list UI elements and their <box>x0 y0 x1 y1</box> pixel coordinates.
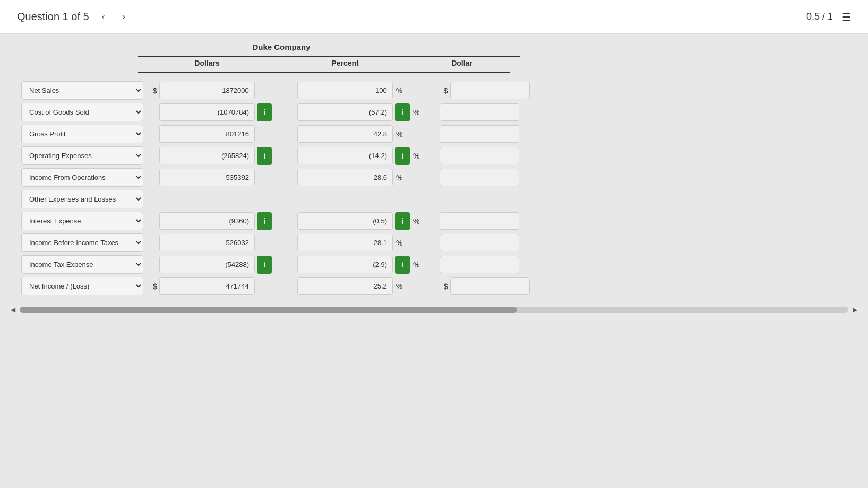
fields-net-sales: $%$ <box>149 82 535 99</box>
select-other-expenses-losses[interactable]: Net SalesCost of Goods SoldGross ProfitO… <box>21 190 143 208</box>
percent-input-income-before-taxes[interactable] <box>297 234 393 251</box>
fields-income-before-taxes: % <box>149 234 535 251</box>
info-btn-dollars-income-tax-expense[interactable]: i <box>257 256 272 274</box>
dollars2-input-net-sales[interactable] <box>450 82 530 99</box>
dollars-input-gross-profit[interactable] <box>159 125 255 143</box>
dollars2-group-net-sales: $ <box>440 82 535 99</box>
dollars-input-income-from-operations[interactable] <box>159 169 255 186</box>
info-btn-dollars-cost-of-goods-sold[interactable]: i <box>257 103 272 121</box>
fields-income-from-operations: % <box>149 169 535 186</box>
row-income-tax-expense: Net SalesCost of Goods SoldGross ProfitO… <box>11 255 868 274</box>
row-net-income: Net SalesCost of Goods SoldGross ProfitO… <box>11 277 868 295</box>
dollars-group-income-tax-expense: i <box>159 256 297 274</box>
dollars2-input-income-from-operations[interactable] <box>440 169 519 186</box>
right-partial-header <box>425 34 520 57</box>
select-net-income[interactable]: Net SalesCost of Goods SoldGross ProfitO… <box>21 277 143 295</box>
dollars2-group-income-tax-expense <box>440 256 535 273</box>
percent-input-gross-profit[interactable] <box>297 125 393 143</box>
dollars-group-interest-expense: i <box>159 212 297 230</box>
dollar-sign-net-sales: $ <box>153 86 157 95</box>
dollars-group-net-sales <box>159 82 297 99</box>
percent-input-net-sales[interactable] <box>297 82 393 99</box>
nav-next-button[interactable]: › <box>118 9 130 24</box>
dollars-input-income-before-taxes[interactable] <box>159 234 255 251</box>
dollars-input-operating-expenses[interactable] <box>159 147 255 164</box>
sub-headers-row: Dollars Percent Dollar <box>11 57 868 73</box>
dollars-input-net-income[interactable] <box>159 277 255 295</box>
select-operating-expenses[interactable]: Net SalesCost of Goods SoldGross ProfitO… <box>21 146 143 165</box>
percent-group-gross-profit: % <box>297 125 435 143</box>
table-container: Duke Company Dollars Percent Dollar Net … <box>0 34 868 302</box>
dollars2-group-operating-expenses <box>440 147 535 164</box>
question-title: Question 1 of 5 <box>17 11 89 23</box>
select-income-tax-expense[interactable]: Net SalesCost of Goods SoldGross ProfitO… <box>21 255 143 274</box>
dollars2-group-gross-profit <box>440 125 535 143</box>
info-btn-dollars-operating-expenses[interactable]: i <box>257 147 272 165</box>
dollars2-input-income-before-taxes[interactable] <box>440 234 519 251</box>
percent-group-income-tax-expense: i% <box>297 256 435 274</box>
select-income-before-taxes[interactable]: Net SalesCost of Goods SoldGross ProfitO… <box>21 233 143 252</box>
row-cost-of-goods-sold: Net SalesCost of Goods SoldGross ProfitO… <box>11 103 868 121</box>
percent-sign-cost-of-goods-sold: % <box>413 108 419 117</box>
info-btn-percent-income-tax-expense[interactable]: i <box>395 256 410 274</box>
dollars2-input-interest-expense[interactable] <box>440 212 519 230</box>
label-income-before-taxes: Net SalesCost of Goods SoldGross ProfitO… <box>21 233 149 252</box>
info-btn-percent-interest-expense[interactable]: i <box>395 212 410 230</box>
percent-group-net-sales: % <box>297 82 435 99</box>
dollars2-group-cost-of-goods-sold <box>440 103 535 121</box>
dollars2-group-income-from-operations <box>440 169 535 186</box>
dollars2-input-income-tax-expense[interactable] <box>440 256 519 273</box>
percent-input-income-tax-expense[interactable] <box>297 256 393 273</box>
dollars-input-net-sales[interactable] <box>159 82 255 99</box>
dollars2-input-gross-profit[interactable] <box>440 125 519 143</box>
dollars-group-net-income <box>159 277 297 295</box>
label-operating-expenses: Net SalesCost of Goods SoldGross ProfitO… <box>21 146 149 165</box>
info-btn-dollars-interest-expense[interactable]: i <box>257 212 272 230</box>
percent-group-income-before-taxes: % <box>297 234 435 251</box>
dollars-group-income-before-taxes <box>159 234 297 251</box>
percent-sign-operating-expenses: % <box>413 152 419 160</box>
select-gross-profit[interactable]: Net SalesCost of Goods SoldGross ProfitO… <box>21 125 143 143</box>
percent-input-operating-expenses[interactable] <box>297 147 393 164</box>
dollars-input-income-tax-expense[interactable] <box>159 256 255 273</box>
percent-sign-income-tax-expense: % <box>413 260 419 269</box>
select-income-from-operations[interactable]: Net SalesCost of Goods SoldGross ProfitO… <box>21 168 143 187</box>
percent-group-cost-of-goods-sold: i% <box>297 103 435 121</box>
select-cost-of-goods-sold[interactable]: Net SalesCost of Goods SoldGross ProfitO… <box>21 103 143 121</box>
label-interest-expense: Net SalesCost of Goods SoldGross ProfitO… <box>21 212 149 230</box>
percent-input-cost-of-goods-sold[interactable] <box>297 103 393 121</box>
scroll-thumb <box>20 307 517 313</box>
dollars-input-cost-of-goods-sold[interactable] <box>159 103 255 121</box>
percent-group-income-from-operations: % <box>297 169 435 186</box>
dollar-sign-net-income: $ <box>153 282 157 291</box>
info-btn-percent-operating-expenses[interactable]: i <box>395 147 410 165</box>
scroll-right-arrow[interactable]: ▶ <box>853 306 857 313</box>
dollars2-input-operating-expenses[interactable] <box>440 147 519 164</box>
company-name-row: Duke Company <box>11 34 868 57</box>
dollars2-input-net-income[interactable] <box>450 277 530 295</box>
scroll-left-arrow[interactable]: ◀ <box>11 306 15 313</box>
scroll-bar[interactable] <box>20 307 848 313</box>
row-net-sales: Net SalesCost of Goods SoldGross ProfitO… <box>11 81 868 100</box>
label-other-expenses-losses: Net SalesCost of Goods SoldGross ProfitO… <box>21 190 149 208</box>
select-interest-expense[interactable]: Net SalesCost of Goods SoldGross ProfitO… <box>21 212 143 230</box>
fields-gross-profit: % <box>149 125 535 143</box>
percent-sign-net-sales: % <box>396 86 402 95</box>
fields-cost-of-goods-sold: ii% <box>149 103 535 121</box>
percent-sign-net-income: % <box>396 282 402 291</box>
list-icon[interactable]: ☰ <box>841 11 851 23</box>
dollar-sign2-net-sales: $ <box>444 86 448 95</box>
info-btn-percent-cost-of-goods-sold[interactable]: i <box>395 103 410 121</box>
label-gross-profit: Net SalesCost of Goods SoldGross ProfitO… <box>21 125 149 143</box>
fields-operating-expenses: ii% <box>149 147 535 165</box>
percent-input-net-income[interactable] <box>297 277 393 295</box>
nav-prev-button[interactable]: ‹ <box>98 9 109 24</box>
select-net-sales[interactable]: Net SalesCost of Goods SoldGross ProfitO… <box>21 81 143 100</box>
dollars-group-income-from-operations <box>159 169 297 186</box>
percent-input-income-from-operations[interactable] <box>297 169 393 186</box>
percent-input-interest-expense[interactable] <box>297 212 393 230</box>
fields-interest-expense: ii% <box>149 212 535 230</box>
dollars-input-interest-expense[interactable] <box>159 212 255 230</box>
label-income-tax-expense: Net SalesCost of Goods SoldGross ProfitO… <box>21 255 149 274</box>
dollars2-input-cost-of-goods-sold[interactable] <box>440 103 519 121</box>
